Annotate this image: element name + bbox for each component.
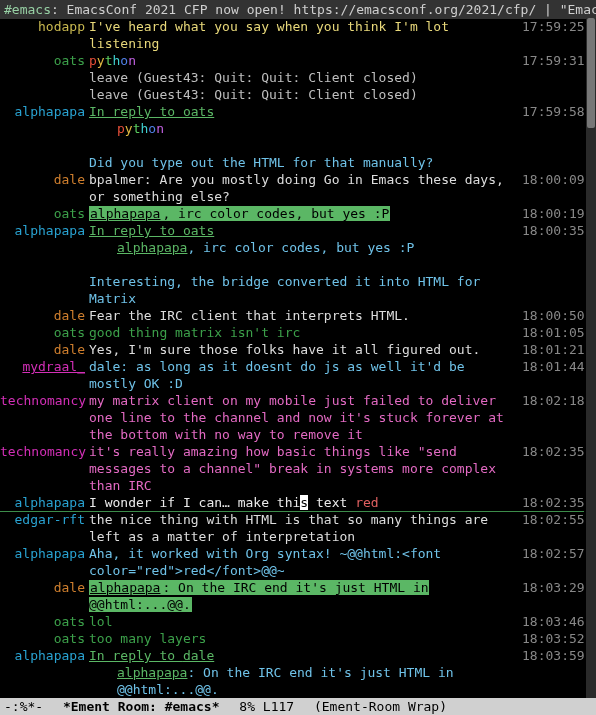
message-time: 18:02:57 xyxy=(522,545,584,562)
message-row: edgar-rftthe nice thing with HTML is tha… xyxy=(0,511,584,545)
message-body: the nice thing with HTML is that so many… xyxy=(89,511,522,545)
message-time: 17:59:25 xyxy=(522,18,584,35)
modeline-modes: (Ement-Room Wrap) xyxy=(314,699,447,714)
channel-name: #emacs xyxy=(4,2,51,17)
message-nick: technomancy xyxy=(0,392,89,409)
message-row: dalealphapapa: On the IRC end it's just … xyxy=(0,579,584,613)
message-time: 18:03:29 xyxy=(522,579,584,596)
mode-line: -:%*- *Ement Room: #emacs* 8% L117 (Emen… xyxy=(0,698,596,715)
message-row: daleYes, I'm sure those folks have it al… xyxy=(0,341,584,358)
message-nick: dale xyxy=(0,579,89,596)
message-body: In reply to oats xyxy=(89,222,522,239)
message-body: alphapapa, irc color codes, but yes :P xyxy=(89,239,522,256)
message-nick: alphapapa xyxy=(0,103,89,120)
message-row: leave (Guest43: Quit: Quit: Client close… xyxy=(0,86,584,103)
message-time: 18:03:59 xyxy=(522,647,584,664)
message-body: good thing matrix isn't irc xyxy=(89,324,522,341)
message-nick: edgar-rft xyxy=(0,511,89,528)
message-time: 18:02:35 xyxy=(522,443,584,460)
message-time: 18:02:35 xyxy=(522,494,584,511)
scrollbar[interactable] xyxy=(586,18,596,698)
message-time: 18:00:09 xyxy=(522,171,584,188)
modeline-buffer: *Ement Room: #emacs* xyxy=(63,699,220,714)
message-row: leave (Guest43: Quit: Quit: Client close… xyxy=(0,69,584,86)
message-nick: oats xyxy=(0,630,89,647)
message-nick: dale xyxy=(0,171,89,188)
message-body: lol xyxy=(89,613,522,630)
message-body: Did you type out the HTML for that manua… xyxy=(89,154,522,171)
message-body: leave (Guest43: Quit: Quit: Client close… xyxy=(89,86,522,103)
message-body: python xyxy=(89,120,522,137)
message-nick: alphapapa xyxy=(0,545,89,562)
message-body: Interesting, the bridge converted it int… xyxy=(89,273,522,307)
message-nick: alphapapa xyxy=(0,222,89,239)
message-body: dale: as long as it doesnt do js as well… xyxy=(89,358,522,392)
message-row: Did you type out the HTML for that manua… xyxy=(0,154,584,171)
modeline-state: -:%*- xyxy=(4,699,43,714)
scroll-thumb[interactable] xyxy=(587,18,595,128)
message-nick: oats xyxy=(0,324,89,341)
message-body: alphapapa, irc color codes, but yes :P xyxy=(89,205,522,222)
message-log[interactable]: hodappI've heard what you say when you t… xyxy=(0,18,584,698)
message-body: I wonder if I can… make this text red xyxy=(89,494,522,511)
message-row: technomancyit's really amazing how basic… xyxy=(0,443,584,494)
message-nick: oats xyxy=(0,52,89,69)
message-row: daleFear the IRC client that interprets … xyxy=(0,307,584,324)
message-time: 18:00:35 xyxy=(522,222,584,239)
message-body: alphapapa: On the IRC end it's just HTML… xyxy=(89,579,522,613)
message-nick: alphapapa xyxy=(0,494,89,511)
message-body: In reply to oats xyxy=(89,103,522,120)
message-body: my matrix client on my mobile just faile… xyxy=(89,392,522,443)
message-body: leave (Guest43: Quit: Quit: Client close… xyxy=(89,69,522,86)
message-time: 18:01:44 xyxy=(522,358,584,375)
message-nick: mydraal_ xyxy=(0,358,89,375)
message-nick: hodapp xyxy=(0,18,89,35)
message-nick: alphapapa xyxy=(0,647,89,664)
message-time: 18:01:05 xyxy=(522,324,584,341)
message-row: Interesting, the bridge converted it int… xyxy=(0,273,584,307)
message-nick: technomancy xyxy=(0,443,89,460)
message-nick: oats xyxy=(0,205,89,222)
message-row: hodappI've heard what you say when you t… xyxy=(0,18,584,52)
message-time: 17:59:58 xyxy=(522,103,584,120)
message-time: 18:02:55 xyxy=(522,511,584,528)
message-body: alphapapa: On the IRC end it's just HTML… xyxy=(89,664,522,698)
message-time: 18:03:52 xyxy=(522,630,584,647)
message-row: oatstoo many layers18:03:52 xyxy=(0,630,584,647)
message-row: alphapapa, irc color codes, but yes :P xyxy=(0,239,584,256)
message-body: python xyxy=(89,52,522,69)
message-body: it's really amazing how basic things lik… xyxy=(89,443,522,494)
message-row: alphapapaIn reply to oats17:59:58 xyxy=(0,103,584,120)
message-time: 18:00:50 xyxy=(522,307,584,324)
message-row: technomancymy matrix client on my mobile… xyxy=(0,392,584,443)
message-row: oatsalphapapa, irc color codes, but yes … xyxy=(0,205,584,222)
message-nick: oats xyxy=(0,613,89,630)
message-row: alphapapaIn reply to dale18:03:59 xyxy=(0,647,584,664)
message-row: dalebpalmer: Are you mostly doing Go in … xyxy=(0,171,584,205)
message-body: I've heard what you say when you think I… xyxy=(89,18,522,52)
message-nick: dale xyxy=(0,341,89,358)
channel-topic: : EmacsConf 2021 CFP now open! https://e… xyxy=(51,2,596,17)
message-row: oatslol18:03:46 xyxy=(0,613,584,630)
message-time: 18:03:46 xyxy=(522,613,584,630)
message-row: alphapapaIn reply to oats18:00:35 xyxy=(0,222,584,239)
message-row: oatsgood thing matrix isn't irc18:01:05 xyxy=(0,324,584,341)
message-body: Fear the IRC client that interprets HTML… xyxy=(89,307,522,324)
message-row: alphapapaI wonder if I can… make this te… xyxy=(0,494,584,512)
message-time: 17:59:31 xyxy=(522,52,584,69)
message-row: alphapapa: On the IRC end it's just HTML… xyxy=(0,664,584,698)
message-row: alphapapaAha, it worked with Org syntax!… xyxy=(0,545,584,579)
message-row: oatspython17:59:31 xyxy=(0,52,584,69)
channel-topic-bar: #emacs: EmacsConf 2021 CFP now open! htt… xyxy=(0,0,596,19)
message-row: mydraal_dale: as long as it doesnt do js… xyxy=(0,358,584,392)
message-time: 18:00:19 xyxy=(522,205,584,222)
message-row: python xyxy=(0,120,584,137)
message-nick: dale xyxy=(0,307,89,324)
message-body: In reply to dale xyxy=(89,647,522,664)
message-body: bpalmer: Are you mostly doing Go in Emac… xyxy=(89,171,522,205)
message-body: too many layers xyxy=(89,630,522,647)
message-time: 18:01:21 xyxy=(522,341,584,358)
message-body: Aha, it worked with Org syntax! ~@@html:… xyxy=(89,545,522,579)
message-body: Yes, I'm sure those folks have it all fi… xyxy=(89,341,522,358)
message-time: 18:02:18 xyxy=(522,392,584,409)
